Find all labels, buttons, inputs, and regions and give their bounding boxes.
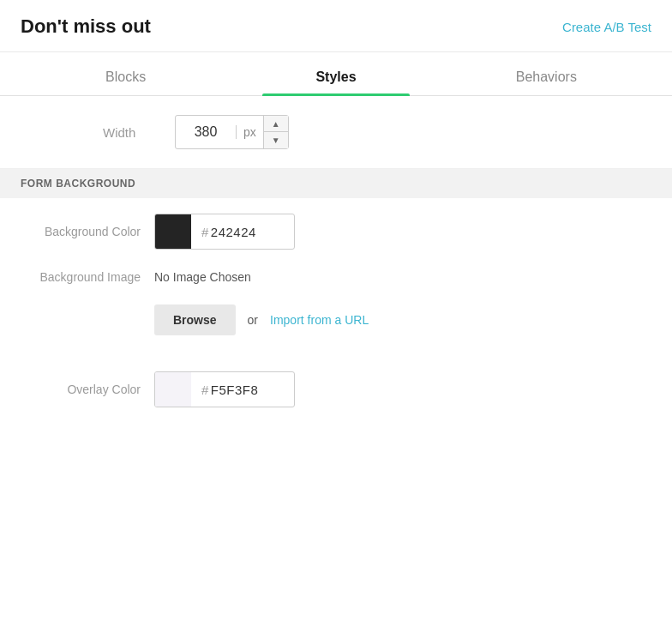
width-input-group: px ▲ ▼ (175, 115, 289, 149)
width-increment-button[interactable]: ▲ (264, 116, 288, 132)
browse-row: Browse or Import from a URL (0, 299, 672, 356)
width-row: Width px ▲ ▼ (0, 96, 672, 169)
page-title: Don't miss out (21, 15, 151, 38)
chevron-down-icon: ▼ (272, 136, 280, 145)
form-background-section-header: FORM BACKGROUND (0, 169, 672, 198)
overlay-color-swatch[interactable] (155, 372, 191, 407)
background-image-row: Background Image No Image Chosen (0, 265, 672, 299)
overlay-color-row: Overlay Color #F5F3F8 (0, 356, 672, 428)
or-label: or (248, 313, 258, 327)
width-stepper: ▲ ▼ (263, 116, 288, 148)
overlay-color-picker-group: #F5F3F8 (154, 371, 295, 407)
chevron-up-icon: ▲ (272, 119, 280, 129)
tab-blocks[interactable]: Blocks (21, 56, 231, 95)
background-image-label: Background Image (21, 270, 141, 284)
tab-behaviors[interactable]: Behaviors (441, 56, 651, 95)
ab-test-link[interactable]: Create A/B Test (562, 20, 651, 34)
width-input[interactable] (176, 118, 236, 147)
content: Width px ▲ ▼ FORM BACKGROUND Background … (0, 96, 672, 428)
overlay-color-label: Overlay Color (21, 383, 141, 396)
background-color-label: Background Color (21, 225, 141, 238)
header: Don't miss out Create A/B Test (0, 0, 672, 52)
background-color-row: Background Color #242424 (0, 198, 672, 265)
background-color-picker-group: #242424 (154, 214, 295, 250)
overlay-color-value: #F5F3F8 (191, 383, 294, 397)
width-unit: px (236, 125, 263, 139)
import-from-url-link[interactable]: Import from a URL (270, 313, 369, 327)
width-decrement-button[interactable]: ▼ (264, 132, 288, 148)
background-color-swatch[interactable] (155, 214, 191, 249)
browse-button[interactable]: Browse (154, 304, 236, 335)
width-label: Width (103, 125, 154, 140)
background-color-value: #242424 (191, 225, 294, 239)
no-image-text: No Image Chosen (154, 270, 251, 284)
tab-styles[interactable]: Styles (231, 56, 441, 95)
hash-symbol-2: # (201, 383, 209, 397)
tabs-container: Blocks Styles Behaviors (0, 56, 672, 96)
hash-symbol: # (201, 225, 209, 239)
